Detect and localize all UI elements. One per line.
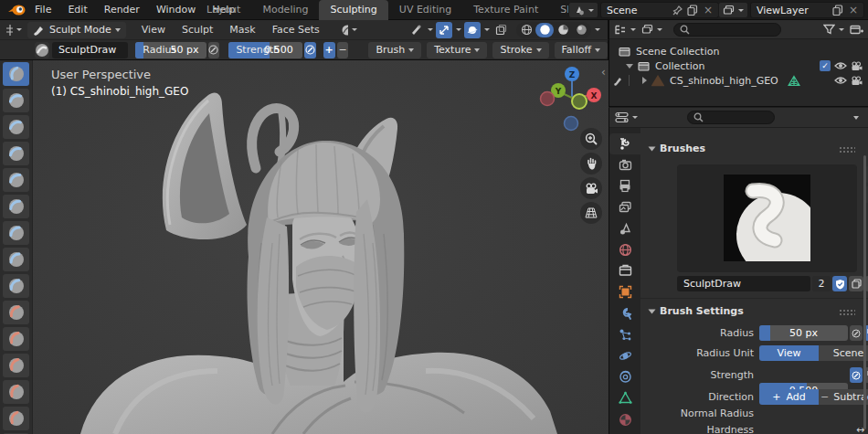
disclosure-open-icon[interactable] [626,64,633,69]
brush-settings-panel-header[interactable]: Brush Settings [650,305,744,317]
radius-pressure-button[interactable] [208,42,220,58]
shading-material-button[interactable] [554,23,572,37]
eye-icon[interactable] [834,61,847,70]
sculpt-tool-clay-strips-button[interactable] [3,142,29,165]
filter-icon[interactable] [823,24,835,35]
properties-tab-object-data[interactable] [609,387,640,408]
menu-edit[interactable]: Edit [59,0,95,20]
outliner-editor-type-button[interactable] [614,24,636,36]
panel-grip-icon[interactable] [839,309,855,315]
sculpt-tool-crease-button[interactable] [3,274,29,298]
annotate-tool-button[interactable] [408,22,424,38]
menu-face-sets[interactable]: Face Sets [264,20,328,40]
workspace-tab-sculpting[interactable]: Sculpting [319,0,387,20]
menu-sculpt[interactable]: Sculpt [174,20,221,40]
pan-button[interactable] [580,153,602,175]
outliner-row-object[interactable]: CS_shinobi_high_GEO [609,73,868,88]
properties-tab-particles[interactable] [609,324,640,345]
direction-add-button[interactable]: +Add [759,389,819,405]
radius-slider[interactable]: Radius 50 px [135,42,206,58]
strength-slider[interactable]: Strength 0.500 [228,42,302,58]
proportional-edit-toggle[interactable] [464,22,481,38]
properties-tab-view-layer[interactable] [609,197,640,218]
shading-wireframe-button[interactable] [517,23,535,37]
scene-browse-button[interactable] [568,2,598,18]
disclosure-closed-icon[interactable] [642,77,647,84]
menu-mask[interactable]: Mask [221,20,263,40]
falloff-shape-button[interactable] [341,22,357,38]
radius-unit-scene-button[interactable]: Scene [819,345,868,361]
properties-tab-render[interactable] [609,154,640,175]
sculpt-tool-clay-button[interactable] [3,115,29,139]
workspace-tab-modeling[interactable]: Modeling [251,0,319,20]
close-icon[interactable]: × [849,5,858,16]
properties-tab-output[interactable] [609,175,640,196]
direction-subtract-button[interactable]: − [337,42,349,58]
properties-search-input[interactable] [687,111,775,124]
snap-toggle[interactable] [436,22,452,38]
viewport[interactable]: User Perspective (1) CS_shinobi_high_GEO… [33,60,609,434]
eye-icon[interactable] [834,76,847,85]
shading-rendered-button[interactable] [572,23,590,37]
workspace-tab-layout[interactable]: Layout [196,0,251,20]
workspace-tab-uv-editing[interactable]: UV Editing [388,0,462,20]
properties-tab-material[interactable] [609,409,640,430]
properties-tab-world[interactable] [609,239,640,260]
radius-slider[interactable]: 50 px [759,325,848,341]
sidebar-collapse-arrow[interactable]: ‹ [601,66,606,79]
editor-type-button[interactable] [5,22,22,38]
stroke-dropdown[interactable]: Stroke [492,42,548,58]
outliner-display-mode-button[interactable] [641,24,662,35]
close-icon[interactable]: × [704,5,713,16]
falloff-dropdown[interactable]: Falloff [555,42,608,58]
strength-pen-button[interactable] [850,367,863,383]
copy-icon[interactable] [687,5,698,16]
zoom-button[interactable] [580,128,602,150]
brush-name-field[interactable]: SculptDraw [677,276,810,291]
navigation-gizmo[interactable]: Z X Y [537,62,607,132]
texture-dropdown[interactable]: Texture [427,42,487,58]
users-count-badge[interactable]: 2 [812,276,831,291]
sculpt-tool-elastic-deform-button[interactable] [3,407,29,430]
outliner-row-collection[interactable]: Collection ✓ [609,58,868,73]
sculpt-tool-smooth-button[interactable] [3,301,29,324]
menu-file[interactable]: File [26,0,59,20]
outliner-search-input[interactable] [673,23,781,37]
menu-view[interactable]: View [133,20,174,40]
brushes-panel-header[interactable]: Brushes [650,143,705,154]
scrollbar[interactable] [863,155,866,429]
show-gizmo-toggle[interactable] [492,22,509,38]
shading-solid-button[interactable] [535,23,554,37]
render-camera-icon[interactable] [851,61,863,71]
scene-name-field[interactable]: Scene × [600,2,719,18]
workspace-tab-texture-paint[interactable]: Texture Paint [462,0,549,20]
direction-add-button[interactable]: + [323,42,335,58]
render-camera-icon[interactable] [851,76,863,86]
sculpt-tool-draw-sharp-button[interactable] [3,89,29,112]
camera-view-button[interactable] [580,177,602,199]
new-collection-icon[interactable] [850,24,863,36]
sculpt-viewport-canvas[interactable] [33,60,609,434]
sculpt-tool-layer-button[interactable] [3,195,29,218]
properties-tab-modifiers[interactable] [609,303,640,324]
view-layer-name-field[interactable]: ViewLayer × [750,2,864,18]
duplicate-brush-button[interactable] [849,276,863,291]
properties-tab-tool[interactable] [609,133,640,154]
menu-render[interactable]: Render [96,0,148,20]
brush-preview-image[interactable] [724,175,810,261]
radius-unit-view-button[interactable]: View [759,345,819,361]
strength-pressure-button[interactable] [304,42,316,58]
sculpt-tool-multiplane-scrape-button[interactable] [3,380,29,404]
properties-tab-constraints[interactable] [609,366,640,387]
sculpt-tool-clay-thumb-button[interactable] [3,168,29,192]
radius-pen-button[interactable] [850,325,863,341]
properties-options-chevron[interactable] [853,116,859,120]
mode-selector[interactable]: Sculpt Mode [27,22,126,38]
properties-tab-scene[interactable] [609,218,640,239]
outliner-row-scene-collection[interactable]: Scene Collection [609,44,868,58]
sculpt-tool-draw-button[interactable] [3,62,29,86]
perspective-toggle-button[interactable] [580,202,602,224]
properties-tab-object[interactable] [609,281,640,302]
direction-subtract-button[interactable]: −Subtract [819,389,868,405]
workspace-tab-shading[interactable]: Shading [549,0,568,20]
